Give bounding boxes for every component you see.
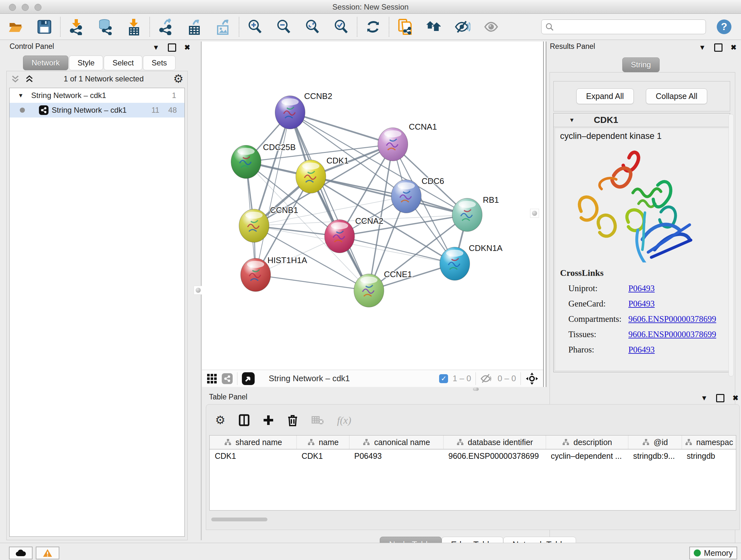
crosslink-link[interactable]: P06493 <box>628 299 655 309</box>
show-hidden-icon[interactable] <box>483 19 499 35</box>
zoom-in-icon[interactable] <box>247 19 263 35</box>
table-cell[interactable]: stringdb:9... <box>628 449 682 463</box>
save-session-icon[interactable] <box>37 19 52 35</box>
node-label-CDC6: CDC6 <box>421 176 444 186</box>
table-horizontal-scrollbar[interactable] <box>209 517 736 522</box>
table-cell[interactable]: cyclin–dependent ... <box>546 449 628 463</box>
add-column-icon[interactable] <box>263 415 274 426</box>
table-panel-collapse-icon[interactable]: ▼ <box>701 395 708 401</box>
results-panel-close-icon[interactable]: ✖ <box>731 44 737 51</box>
column-header-database-identifier[interactable]: database identifier <box>443 435 546 449</box>
import-table-icon[interactable] <box>126 19 142 35</box>
network-node-CDKN1A[interactable]: CDKN1A <box>440 243 502 280</box>
help-button[interactable]: ? <box>717 19 731 34</box>
zoom-out-icon[interactable] <box>276 19 292 35</box>
apply-layout-icon[interactable] <box>365 19 381 35</box>
zoom-selected-icon[interactable] <box>333 19 349 35</box>
table-data-row[interactable]: CDK1CDK1P064939606.ENSP00000378699cyclin… <box>210 449 736 463</box>
zoom-fit-icon[interactable] <box>305 19 320 35</box>
search-input[interactable] <box>556 22 702 32</box>
export-network-icon[interactable] <box>158 19 174 35</box>
network-node-CDC25B[interactable]: CDC25B <box>231 142 296 179</box>
expand-all-networks-icon[interactable] <box>24 74 34 84</box>
network-collection-row[interactable]: ▼ String Network – cdk1 1 <box>10 88 185 103</box>
network-edge[interactable] <box>256 112 290 275</box>
tab-network[interactable]: Network <box>23 56 68 70</box>
results-panel-float-icon[interactable] <box>714 44 723 52</box>
control-panel-close-icon[interactable]: ✖ <box>185 44 190 51</box>
network-node-CCNE1[interactable]: CCNE1 <box>354 269 412 307</box>
table-options-gear-icon[interactable]: ⚙ <box>215 415 225 426</box>
crosslink-link[interactable]: P06493 <box>628 345 655 355</box>
network-type-badge-icon[interactable] <box>222 373 232 384</box>
node-result-header[interactable]: ▼ CDK1 <box>554 113 730 127</box>
right-splitter-grip[interactable] <box>530 209 539 218</box>
expand-all-button[interactable]: Expand All <box>576 88 634 104</box>
fit-selected-crosshair-icon[interactable] <box>525 372 539 385</box>
selected-checkbox-icon[interactable]: ✓ <box>439 374 448 383</box>
node-label-CCNA1: CCNA1 <box>409 122 437 132</box>
table-panel-close-icon[interactable]: ✖ <box>733 395 738 401</box>
memory-button[interactable]: Memory <box>689 547 737 559</box>
crosslink-link[interactable]: 9606.ENSP00000378699 <box>628 329 716 339</box>
network-edge[interactable] <box>256 275 369 291</box>
table-cell[interactable]: 9606.ENSP00000378699 <box>443 449 546 463</box>
export-table-icon[interactable] <box>186 19 202 35</box>
network-canvas[interactable]: CCNB2CCNA1CDC25BCDK1CDC6RB1CCNB1CCNA2CDK… <box>202 42 543 387</box>
network-node-HIST1H1A[interactable]: HIST1H1A <box>241 255 307 292</box>
tab-string[interactable]: String <box>622 57 660 72</box>
crosslink-link[interactable]: 9606.ENSP00000378699 <box>628 314 716 324</box>
tab-sets[interactable]: Sets <box>143 56 176 70</box>
birds-eye-grid-icon[interactable] <box>206 373 217 384</box>
cloud-status-button[interactable] <box>9 547 32 559</box>
network-node-RB1[interactable]: RB1 <box>452 195 499 232</box>
control-panel-collapse-icon[interactable]: ▼ <box>152 44 159 51</box>
column-type-icon <box>685 439 692 446</box>
network-row[interactable]: String Network – cdk1 11 48 <box>10 103 185 118</box>
left-splitter-grip[interactable] <box>194 286 203 295</box>
column-header-description[interactable]: description <box>546 435 628 449</box>
network-node-CCNA1[interactable]: CCNA1 <box>378 122 437 161</box>
export-image-icon[interactable] <box>215 19 231 35</box>
import-network-from-database-icon[interactable] <box>97 19 113 35</box>
toolbar-search-field[interactable] <box>541 19 706 34</box>
results-scrollbar[interactable] <box>729 114 734 376</box>
open-in-window-icon[interactable] <box>242 372 255 385</box>
delete-column-icon[interactable] <box>287 414 298 426</box>
collapse-all-button[interactable]: Collapse All <box>646 88 708 104</box>
table-cell[interactable]: CDK1 <box>210 449 296 463</box>
column-header-shared-name[interactable]: shared name <box>210 435 296 449</box>
open-session-icon[interactable] <box>8 19 23 35</box>
section-collapse-icon[interactable]: ▼ <box>569 117 575 124</box>
table-toolbar: ⚙ f(x) <box>206 405 739 430</box>
collection-expand-icon[interactable]: ▼ <box>18 92 23 99</box>
tab-select[interactable]: Select <box>104 56 142 70</box>
show-columns-icon[interactable] <box>239 414 250 426</box>
node-result-name: CDK1 <box>594 115 618 125</box>
hide-selected-icon[interactable] <box>455 19 470 35</box>
table-cell[interactable]: CDK1 <box>296 449 349 463</box>
network-node-CCNA2[interactable]: CCNA2 <box>325 216 383 253</box>
column-header-canonical-name[interactable]: canonical name <box>349 435 443 449</box>
table-panel-float-icon[interactable] <box>716 394 724 402</box>
column-header--id[interactable]: @id <box>628 435 682 449</box>
crosslink-link[interactable]: P06493 <box>628 284 655 294</box>
table-cell[interactable]: P06493 <box>349 449 443 463</box>
column-header-name[interactable]: name <box>296 435 349 449</box>
warnings-button[interactable] <box>36 547 59 559</box>
collapse-all-networks-icon[interactable] <box>10 74 20 84</box>
network-edge[interactable] <box>290 112 393 144</box>
column-type-icon <box>307 439 315 446</box>
right-splitter[interactable] <box>543 42 546 387</box>
tab-style[interactable]: Style <box>69 56 103 70</box>
network-graph[interactable]: CCNB2CCNA1CDC25BCDK1CDC6RB1CCNB1CCNA2CDK… <box>202 42 543 370</box>
control-panel-float-icon[interactable] <box>168 44 176 52</box>
network-options-gear-icon[interactable]: ⚙ <box>173 73 184 84</box>
first-neighbors-icon[interactable] <box>397 19 413 35</box>
import-network-icon[interactable] <box>68 19 84 35</box>
hidden-eye-slash-icon[interactable] <box>480 373 493 384</box>
table-cell[interactable]: stringdb <box>682 449 736 463</box>
results-panel-collapse-icon[interactable]: ▼ <box>699 44 706 51</box>
show-all-networks-icon[interactable] <box>426 19 442 35</box>
column-header-namespac[interactable]: namespac <box>682 435 736 449</box>
